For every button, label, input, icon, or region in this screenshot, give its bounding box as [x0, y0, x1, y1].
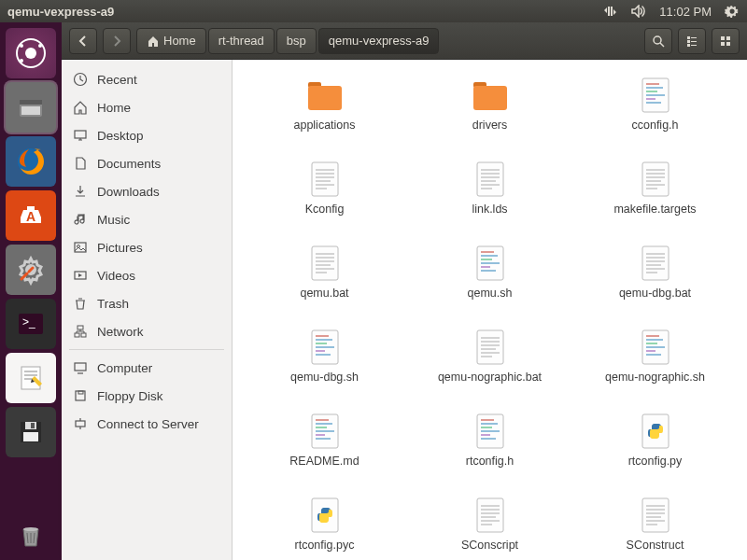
sidebar-item-videos[interactable]: Videos — [62, 261, 232, 289]
sidebar-item-connect-to-server[interactable]: Connect to Server — [62, 410, 232, 438]
svg-point-4 — [20, 59, 23, 63]
launcher-text-editor[interactable] — [6, 353, 56, 403]
sidebar-item-label: Videos — [97, 269, 135, 283]
breadcrumb-segment[interactable]: rt-thread — [208, 28, 275, 54]
svg-rect-34 — [726, 36, 730, 40]
file-item[interactable]: rtconfig.py — [581, 413, 730, 497]
file-item[interactable]: qemu-dbg.sh — [250, 329, 400, 413]
svg-rect-31 — [691, 41, 697, 42]
launcher-trash[interactable] — [6, 510, 56, 560]
file-grid[interactable]: applicationsdriverscconfig.hKconfiglink.… — [233, 60, 747, 560]
file-item[interactable]: applications — [250, 77, 400, 161]
file-label: README.md — [286, 454, 362, 469]
sidebar-item-trash[interactable]: Trash — [62, 289, 232, 317]
sidebar-item-recent[interactable]: Recent — [62, 65, 232, 93]
svg-rect-27 — [687, 36, 690, 39]
clock[interactable]: 11:02 PM — [659, 5, 712, 19]
svg-rect-7 — [21, 106, 40, 115]
sidebar-item-documents[interactable]: Documents — [62, 149, 232, 177]
sidebar-item-floppy-disk[interactable]: Floppy Disk — [62, 382, 232, 410]
sidebar-item-downloads[interactable]: Downloads — [62, 177, 232, 205]
file-item[interactable]: qemu-nographic.bat — [416, 329, 565, 413]
launcher-firefox[interactable] — [6, 136, 56, 187]
file-label: rtconfig.pyc — [291, 538, 359, 553]
launcher-floppy[interactable] — [6, 407, 56, 457]
svg-rect-33 — [721, 36, 725, 40]
breadcrumb-segment[interactable]: qemu-vexpress-a9 — [318, 28, 440, 54]
file-icon — [304, 413, 345, 450]
file-item[interactable]: qemu.bat — [250, 245, 400, 329]
volume-icon[interactable] — [631, 5, 646, 18]
forward-button[interactable] — [103, 28, 131, 54]
file-label: cconfig.h — [627, 118, 682, 133]
file-item[interactable]: link.lds — [416, 161, 565, 245]
list-view-button[interactable] — [678, 28, 706, 54]
svg-rect-36 — [726, 42, 730, 46]
file-item[interactable]: README.md — [250, 413, 400, 497]
gear-icon[interactable] — [725, 4, 740, 19]
back-button[interactable] — [69, 28, 97, 54]
launcher-files[interactable] — [6, 82, 56, 133]
file-item[interactable]: Kconfig — [250, 161, 400, 245]
file-icon — [470, 161, 511, 198]
svg-rect-30 — [691, 37, 697, 38]
grid-view-button[interactable] — [712, 28, 740, 54]
sidebar-item-label: Connect to Server — [97, 417, 199, 431]
sidebar-item-network[interactable]: Network — [62, 317, 232, 345]
launcher-dash[interactable] — [6, 28, 56, 78]
floppy-icon — [73, 388, 88, 403]
file-icon — [304, 497, 345, 534]
file-label: qemu.bat — [296, 286, 352, 301]
svg-rect-32 — [691, 45, 697, 46]
svg-line-26 — [660, 43, 664, 47]
file-item[interactable]: rtconfig.h — [416, 413, 565, 497]
file-label: SConscript — [458, 538, 522, 553]
launcher-settings[interactable] — [6, 245, 56, 295]
pictures-icon — [73, 240, 88, 255]
breadcrumb-label: bsp — [287, 34, 306, 48]
file-item[interactable]: qemu-nographic.sh — [581, 329, 730, 413]
file-label: qemu.sh — [464, 286, 516, 301]
svg-rect-38 — [75, 131, 86, 138]
svg-text:A: A — [26, 209, 35, 224]
file-item[interactable]: drivers — [416, 77, 565, 161]
downloads-icon — [73, 184, 88, 199]
sidebar-item-desktop[interactable]: Desktop — [62, 121, 232, 149]
file-label: link.lds — [468, 202, 511, 217]
desktop-icon — [73, 128, 88, 143]
svg-rect-28 — [687, 40, 690, 43]
top-menubar: qemu-vexpress-a9 11:02 PM — [0, 0, 747, 22]
unity-launcher: A >_ — [0, 22, 62, 560]
sidebar-item-home[interactable]: Home — [62, 93, 232, 121]
file-item[interactable]: makefile.targets — [581, 161, 730, 245]
file-label: qemu-dbg.bat — [615, 286, 695, 301]
svg-rect-52 — [473, 86, 507, 110]
music-icon — [73, 212, 88, 227]
network-icon[interactable] — [603, 5, 618, 18]
breadcrumb-label: rt-thread — [218, 34, 264, 48]
file-item[interactable]: qemu-dbg.bat — [581, 245, 730, 329]
file-item[interactable]: rtconfig.pyc — [250, 497, 400, 560]
search-button[interactable] — [644, 28, 672, 54]
svg-point-21 — [23, 527, 38, 531]
breadcrumb: Homert-threadbspqemu-vexpress-a9 — [136, 28, 639, 54]
file-label: rtconfig.h — [462, 454, 517, 469]
sidebar-item-label: Computer — [97, 361, 152, 375]
launcher-terminal[interactable]: >_ — [6, 299, 56, 349]
launcher-software-center[interactable]: A — [6, 190, 56, 241]
sidebar-item-pictures[interactable]: Pictures — [62, 233, 232, 261]
breadcrumb-segment[interactable]: Home — [136, 28, 206, 54]
file-item[interactable]: qemu.sh — [416, 245, 565, 329]
file-item[interactable]: SConstruct — [581, 497, 730, 560]
file-item[interactable]: cconfig.h — [581, 77, 730, 161]
file-item[interactable]: SConscript — [416, 497, 565, 560]
svg-rect-35 — [721, 42, 725, 46]
sidebar-item-label: Trash — [97, 297, 129, 311]
file-label: SConstruct — [623, 538, 688, 553]
svg-text:>_: >_ — [22, 315, 35, 329]
sidebar-item-label: Recent — [97, 73, 137, 87]
svg-rect-47 — [78, 391, 83, 394]
sidebar-item-music[interactable]: Music — [62, 205, 232, 233]
breadcrumb-segment[interactable]: bsp — [276, 28, 317, 54]
sidebar-item-computer[interactable]: Computer — [62, 354, 232, 382]
